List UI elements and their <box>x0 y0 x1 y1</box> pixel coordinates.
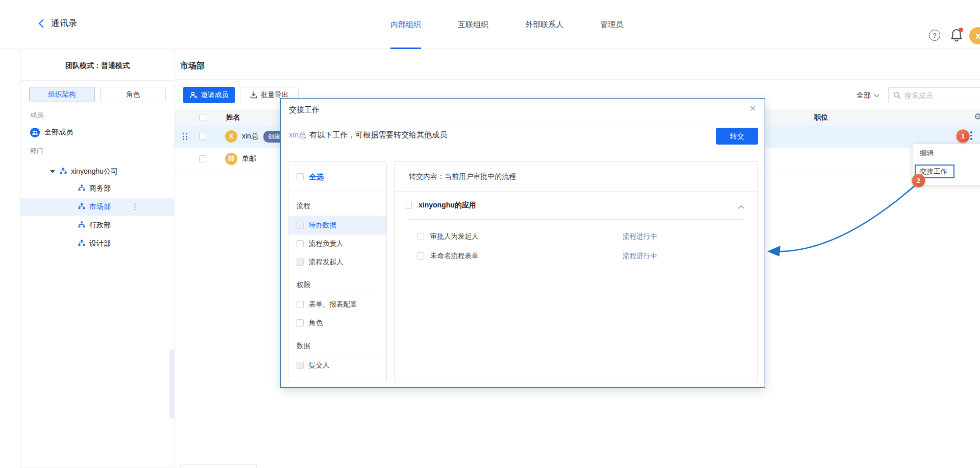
filter-dropdown[interactable]: 全部 <box>856 91 879 100</box>
dept-label: 设计部 <box>89 239 111 248</box>
help-icon[interactable]: ? <box>929 30 940 41</box>
process-status: 流程进行中 <box>623 232 657 241</box>
org-icon <box>60 168 67 176</box>
process-status: 流程进行中 <box>623 251 657 261</box>
select-all-checkbox[interactable] <box>199 114 206 121</box>
column-settings-gear-icon[interactable]: ⚙ <box>974 111 980 122</box>
chevron-left-icon <box>39 19 47 28</box>
tree-item-dept-design[interactable]: 设计部 <box>21 235 174 253</box>
avatar: 邮 <box>225 153 237 165</box>
notification-bell-icon[interactable] <box>950 29 963 42</box>
process-row[interactable]: 审批人为发起人 流程进行中 <box>395 227 757 246</box>
handover-categories-panel: 全选 流程 待办数据 流程负责人 流程发起人 权限 表单、报表配置 <box>288 161 387 382</box>
close-icon[interactable]: ✕ <box>749 104 756 113</box>
org-icon <box>78 203 85 211</box>
row-checkbox[interactable] <box>199 133 206 140</box>
sidebar: 团队模式：普通模式 组织架构 角色 成员 全部成员 部门 xinyonghu公司… <box>20 49 175 468</box>
department-page-title: 市场部 <box>180 61 205 72</box>
process-label: 未命名流程表单 <box>430 251 479 261</box>
select-all-row[interactable]: 全选 <box>288 162 386 192</box>
row-more-actions-icon[interactable] <box>970 131 972 140</box>
company-label: xinyonghu公司 <box>71 167 118 176</box>
category-item-process-initiator[interactable]: 流程发起人 <box>288 253 386 271</box>
invite-member-button[interactable]: 邀请成员 <box>183 87 235 103</box>
back-button[interactable]: 通讯录 <box>40 17 77 29</box>
app-group-checkbox[interactable] <box>405 202 412 209</box>
category-checkbox[interactable] <box>297 222 304 229</box>
page-title: 通讯录 <box>51 17 77 29</box>
transfer-content-header: 转交内容：当前用户审批中的流程 <box>395 162 757 192</box>
category-label: 角色 <box>309 318 323 327</box>
sidebar-item-all-members[interactable]: 全部成员 <box>30 126 174 138</box>
tab-admins[interactable]: 管理员 <box>600 0 623 49</box>
notification-dot <box>959 28 963 32</box>
tree-item-dept-business[interactable]: 商务部 <box>21 179 174 198</box>
tab-connected-org[interactable]: 互联组织 <box>458 0 488 49</box>
members-section-label: 成员 <box>30 110 174 120</box>
org-icon <box>78 184 85 193</box>
category-item-role[interactable]: 角色 <box>288 314 386 332</box>
annotation-step-2: 2 <box>912 174 925 188</box>
modal-title: 交接工作 <box>289 105 320 115</box>
search-input[interactable] <box>904 91 971 100</box>
category-checkbox[interactable] <box>297 259 304 266</box>
app-group-row[interactable]: xinyonghu的应用 <box>395 192 757 219</box>
column-header-name: 姓名 <box>226 113 240 122</box>
user-avatar[interactable]: X <box>969 27 980 44</box>
process-label: 审批人为发起人 <box>430 232 479 241</box>
tree-item-company[interactable]: xinyonghu公司 <box>21 164 174 179</box>
select-all-checkbox[interactable] <box>297 173 304 180</box>
annotation-step-1: 1 <box>956 129 970 143</box>
process-checkbox[interactable] <box>417 252 424 260</box>
invite-member-label: 邀请成员 <box>201 90 229 100</box>
group-label-data: 数据 <box>297 341 378 350</box>
person-add-icon <box>190 91 198 99</box>
people-icon <box>30 128 40 137</box>
process-row[interactable]: 未命名流程表单 流程进行中 <box>395 246 757 266</box>
divider <box>175 79 980 80</box>
category-label: 提交人 <box>309 361 330 370</box>
group-label-process: 流程 <box>297 201 378 210</box>
category-label: 流程负责人 <box>309 239 344 248</box>
category-checkbox[interactable] <box>297 362 304 369</box>
category-item-submitter[interactable]: 提交人 <box>288 356 386 375</box>
process-checkbox[interactable] <box>417 233 424 240</box>
category-item-form-report-config[interactable]: 表单、报表配置 <box>288 295 386 314</box>
top-header: 通讯录 内部组织 互联组织 外部联系人 管理员 ? X <box>0 0 980 49</box>
chevron-up-icon[interactable] <box>738 202 744 211</box>
dept-more-icon[interactable]: ⋮ <box>131 202 139 212</box>
sidebar-tabs: 组织架构 角色 <box>29 87 166 102</box>
handover-work-modal: 交接工作 ✕ xin总有以下工作，可根据需要转交给其他成员 转交 全选 流程 待… <box>280 98 765 388</box>
subtitle-text: 有以下工作，可根据需要转交给其他成员 <box>309 130 447 139</box>
app-group-title: xinyonghu的应用 <box>419 201 476 210</box>
tree-item-dept-market[interactable]: 市场部 ⋮ <box>21 198 174 216</box>
search-icon <box>893 91 901 99</box>
horizontal-scrollbar[interactable] <box>180 464 257 468</box>
transfer-button[interactable]: 转交 <box>716 128 758 145</box>
departments-section-label: 部门 <box>30 147 174 156</box>
tab-roles[interactable]: 角色 <box>100 87 166 102</box>
filter-value: 全部 <box>856 91 871 100</box>
app-root: 通讯录 内部组织 互联组织 外部联系人 管理员 ? X 团队模式：普通模式 组织… <box>0 0 980 468</box>
all-members-label: 全部成员 <box>44 128 73 137</box>
dept-label: 商务部 <box>89 184 111 193</box>
tab-external-contacts[interactable]: 外部联系人 <box>525 0 564 49</box>
team-mode-title: 团队模式：普通模式 <box>21 49 174 81</box>
modal-subtitle: xin总有以下工作，可根据需要转交给其他成员 <box>289 130 447 140</box>
tab-org-structure[interactable]: 组织架构 <box>29 87 95 102</box>
category-item-process-owner[interactable]: 流程负责人 <box>288 235 386 253</box>
category-checkbox[interactable] <box>297 240 304 247</box>
drag-handle-icon[interactable] <box>183 133 187 140</box>
category-item-todo-data[interactable]: 待办数据 <box>288 216 386 235</box>
category-checkbox[interactable] <box>297 319 304 326</box>
process-list: 审批人为发起人 流程进行中 未命名流程表单 流程进行中 <box>395 220 757 266</box>
sidebar-scrollbar[interactable] <box>169 349 174 419</box>
tab-internal-org[interactable]: 内部组织 <box>390 0 421 49</box>
subject-name: xin总 <box>289 130 306 139</box>
tree-item-dept-admin[interactable]: 行政部 <box>21 216 174 235</box>
row-checkbox[interactable] <box>199 155 206 162</box>
menu-item-edit[interactable]: 编辑 <box>913 144 980 162</box>
menu-item-label: 编辑 <box>920 149 934 158</box>
category-checkbox[interactable] <box>297 301 304 308</box>
caret-down-icon[interactable] <box>50 170 55 173</box>
